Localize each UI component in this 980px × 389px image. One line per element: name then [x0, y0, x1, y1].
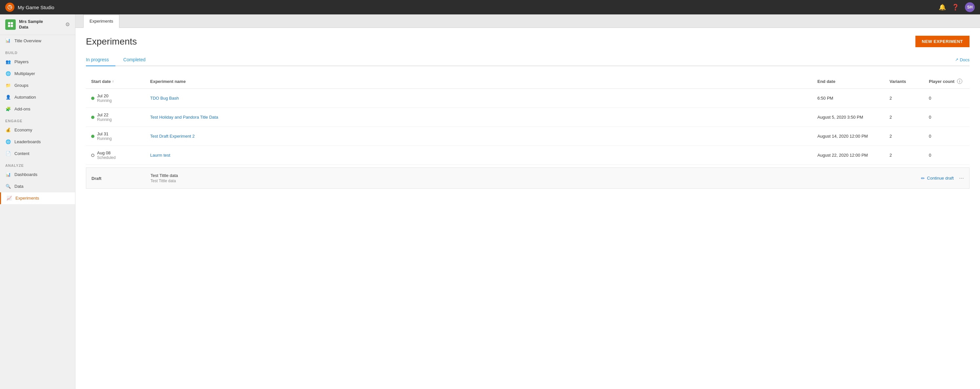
row4-status-label: Scheduled: [97, 156, 116, 160]
row3-status-label: Running: [97, 137, 112, 141]
row4-variants: 2: [884, 146, 924, 165]
sidebar-item-addons[interactable]: 🧩 Add-ons: [0, 103, 75, 115]
draft-table-row: Draft Test Tittle data Test Tittle data …: [86, 168, 969, 189]
sidebar-item-experiments[interactable]: 📈 Experiments: [0, 192, 75, 204]
row2-status-dot: [91, 116, 94, 119]
row4-experiment-link[interactable]: Laurm test: [150, 153, 170, 158]
sidebar-item-data[interactable]: 🔍 Data: [0, 181, 75, 192]
sidebar-item-players[interactable]: 👥 Players: [0, 56, 75, 68]
groups-label: Groups: [14, 83, 29, 88]
draft-label-cell: Draft: [86, 168, 145, 189]
avatar[interactable]: SH: [965, 2, 975, 12]
experiments-label: Experiments: [16, 196, 39, 200]
economy-label: Economy: [14, 127, 32, 132]
sub-tabs-bar: In progress Completed ↗ Docs: [86, 54, 969, 66]
th-end-date: End date: [812, 74, 884, 89]
multiplayer-label: Multiplayer: [14, 71, 35, 76]
topbar-right: 🔔 ❓ SH: [939, 2, 975, 12]
notifications-icon[interactable]: 🔔: [939, 3, 946, 11]
svg-rect-1: [8, 22, 11, 24]
docs-label: Docs: [960, 57, 969, 62]
sort-arrow-icon: ↑: [112, 79, 114, 83]
draft-actions: ✏ Continue draft ···: [493, 175, 964, 181]
variants-header: Variants: [889, 79, 906, 84]
settings-icon[interactable]: ⚙: [65, 21, 70, 27]
sub-tab-completed[interactable]: Completed: [123, 54, 152, 66]
sidebar-project: Mrs Sample Data ⚙: [0, 14, 75, 35]
project-name-line2: Data: [19, 25, 62, 30]
continue-draft-button[interactable]: ✏ Continue draft: [921, 176, 954, 181]
multiplayer-icon: 🌐: [5, 71, 11, 77]
row4-player-count: 0: [924, 146, 969, 165]
row1-start-date: Jul 20 Running: [86, 89, 145, 108]
docs-link[interactable]: ↗ Docs: [955, 57, 969, 62]
draft-name: Test Tittle data: [151, 173, 483, 178]
new-experiment-button[interactable]: NEW EXPERIMENT: [915, 36, 969, 47]
automation-label: Automation: [14, 95, 36, 100]
tab-bar: Experiments: [75, 14, 980, 28]
sidebar-item-multiplayer[interactable]: 🌐 Multiplayer: [0, 68, 75, 79]
topbar: My Game Studio 🔔 ❓ SH: [0, 0, 980, 14]
sidebar-item-content[interactable]: 📄 Content: [0, 148, 75, 160]
data-label: Data: [14, 184, 23, 189]
continue-draft-label: Continue draft: [927, 176, 954, 181]
project-icon: [5, 19, 16, 30]
start-date-header: Start date: [91, 79, 111, 84]
table-row: Jul 20 Running TDO Bug Bash 6:50 PM 2 0: [86, 89, 969, 108]
sidebar-item-automation[interactable]: 👤 Automation: [0, 91, 75, 103]
row2-start-date: Jul 22 Running: [86, 108, 145, 127]
row2-experiment-link[interactable]: Test Holiday and Pandora Title Data: [150, 115, 218, 120]
sidebar: Mrs Sample Data ⚙ 📊 Title Overview BUILD…: [0, 14, 75, 389]
sub-tabs: In progress Completed: [86, 54, 955, 65]
page-header: Experiments NEW EXPERIMENT: [86, 36, 969, 47]
row1-player-count: 0: [924, 89, 969, 108]
pencil-icon: ✏: [921, 176, 925, 181]
experiments-icon: 📈: [6, 195, 12, 201]
row2-date: Jul 22: [97, 113, 112, 117]
players-label: Players: [14, 59, 29, 64]
th-player-count: Player count i: [924, 74, 969, 89]
row4-start-date: Aug 08 Scheduled: [86, 146, 145, 165]
row3-start-date: Jul 31 Running: [86, 127, 145, 146]
more-options-button[interactable]: ···: [959, 175, 964, 181]
row2-player-count: 0: [924, 108, 969, 127]
addons-icon: 🧩: [5, 106, 11, 112]
row4-experiment-name: Laurm test: [145, 146, 812, 165]
row3-date: Jul 31: [97, 132, 112, 137]
end-date-header: End date: [818, 79, 835, 84]
draft-name-cell: Test Tittle data Test Tittle data: [145, 168, 488, 189]
project-name-line1: Mrs Sample: [19, 19, 62, 25]
tab-experiments[interactable]: Experiments: [83, 14, 119, 28]
row3-experiment-link[interactable]: Test Draft Experiment 2: [150, 134, 195, 139]
app-logo[interactable]: [5, 3, 14, 12]
row1-experiment-link[interactable]: TDO Bug Bash: [150, 96, 179, 101]
content-area: Experiments NEW EXPERIMENT In progress C…: [75, 28, 980, 389]
section-build: BUILD: [0, 47, 75, 56]
players-icon: 👥: [5, 59, 11, 65]
row3-variants: 2: [884, 127, 924, 146]
th-start-date: Start date ↑: [86, 74, 145, 89]
help-icon[interactable]: ❓: [952, 3, 959, 11]
sidebar-item-leaderboards[interactable]: 🌐 Leaderboards: [0, 136, 75, 148]
dashboards-label: Dashboards: [14, 172, 37, 177]
table-header-row: Start date ↑ Experiment name End date Va…: [86, 74, 969, 89]
external-link-icon: ↗: [955, 57, 958, 62]
table-row: Jul 31 Running Test Draft Experiment 2 A…: [86, 127, 969, 146]
table-row: Jul 22 Running Test Holiday and Pandora …: [86, 108, 969, 127]
sidebar-item-groups[interactable]: 📁 Groups: [0, 79, 75, 91]
content-icon: 📄: [5, 151, 11, 157]
row3-status-dot: [91, 135, 94, 138]
sidebar-item-title-overview[interactable]: 📊 Title Overview: [0, 35, 75, 47]
page-title: Experiments: [86, 37, 137, 47]
row4-end-date: August 22, 2020 12:00 PM: [812, 146, 884, 165]
row4-status-dot: [91, 154, 94, 157]
leaderboards-icon: 🌐: [5, 139, 11, 145]
sidebar-item-economy[interactable]: 💰 Economy: [0, 124, 75, 136]
project-name: Mrs Sample Data: [19, 19, 62, 30]
th-variants: Variants: [884, 74, 924, 89]
svg-rect-4: [11, 25, 13, 27]
sub-tab-in-progress[interactable]: In progress: [86, 54, 115, 66]
th-experiment-name: Experiment name: [145, 74, 812, 89]
sidebar-item-dashboards[interactable]: 📊 Dashboards: [0, 169, 75, 181]
player-count-info-icon[interactable]: i: [957, 79, 962, 84]
